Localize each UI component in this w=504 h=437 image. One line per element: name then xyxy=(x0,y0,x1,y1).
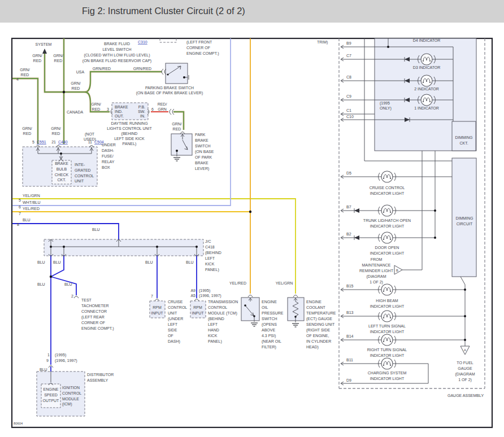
pin-b7: B7 xyxy=(346,205,351,209)
wire-color: GRN/ xyxy=(71,81,81,85)
fuel-gauge-caption: (DIAGRAM xyxy=(455,372,475,377)
indicator-label: D4 INDICATOR xyxy=(413,38,441,42)
tach-caption: TEST xyxy=(81,298,92,302)
wire-color: RED xyxy=(21,73,29,77)
wire-color: BLU xyxy=(64,282,72,286)
rpm-input-label: RPM xyxy=(153,305,162,309)
pin-a5: A5 xyxy=(190,294,195,298)
engine-speed-label: ENGINE xyxy=(44,387,59,391)
drl-pin-label: SW. xyxy=(138,110,145,113)
wire-color: RED xyxy=(92,107,101,111)
cruise-caption: SIDE xyxy=(168,328,177,332)
pin-2: 2 xyxy=(71,294,73,298)
rpm-input-label: RPM xyxy=(193,305,202,309)
park-brake-caption: PARK xyxy=(195,133,206,137)
jc-caption: PANEL) xyxy=(205,268,219,272)
engine-speed-label: SPEED xyxy=(44,393,58,397)
indicator-label: INDICATOR LIGHT xyxy=(370,191,405,195)
parking-brake-caption: (ON BASE OF PARK BRAKE LEVER) xyxy=(136,91,203,95)
oil-switch-caption: PRESSURE xyxy=(262,311,284,315)
ect-caption: COOLANT xyxy=(306,305,326,309)
indicator-label: INDICATOR LIGHT xyxy=(370,224,405,228)
rpm-input-box-cruise xyxy=(150,301,165,318)
maintenance-caption: REMINDER LIGHT xyxy=(359,269,394,273)
fuse-box-caption: RELAY xyxy=(102,160,115,164)
brake-bulb-check-label: CKT. xyxy=(57,178,66,182)
pin-c7: C7 xyxy=(346,54,351,58)
distributor-caption: DISTRIBUTOR xyxy=(87,373,114,377)
dimming-ckt-label: DIMMING xyxy=(455,136,472,139)
pin-c8: C8 xyxy=(346,75,351,79)
maintenance-caption: MAINTENANCE xyxy=(362,263,391,267)
trim-label: TRIM) xyxy=(317,40,328,45)
doc-number: 80604 xyxy=(14,422,23,425)
drl-caption: LIGHTS CONTROL UNIT xyxy=(107,126,152,130)
brake-fluid-caption: BRAKE FLUID xyxy=(104,42,130,46)
park-brake-caption: SWITCH xyxy=(195,144,211,148)
park-brake-caption: (ON BASE xyxy=(195,150,214,154)
year-label: (1996, 1997) xyxy=(55,359,77,363)
oil-switch-caption: FILTER) xyxy=(262,345,276,349)
wire-color: YEL/RED xyxy=(23,207,40,211)
pin-b2: B2 xyxy=(346,232,351,236)
wire-color: BLU xyxy=(40,368,47,372)
tach-caption: TACHOMETER xyxy=(81,304,108,308)
gauge-assembly-label: GAUGE ASSEMBLY xyxy=(447,394,484,397)
junction-connector-box xyxy=(44,239,203,256)
pin-7b: 7 xyxy=(19,212,21,216)
cruise-caption: OF xyxy=(168,334,173,338)
engine-compt-caption: CORNER OF xyxy=(186,46,210,50)
pin-1: 1 xyxy=(47,353,50,357)
tcm-caption: (BEHIND xyxy=(208,317,224,321)
pin-b14: B14 xyxy=(346,334,354,338)
pin-d5: D5 xyxy=(346,171,351,175)
wire-color: RED xyxy=(173,127,181,131)
engine-compt-caption: (LEFT FRONT xyxy=(186,40,212,45)
wire-color: RED xyxy=(33,59,42,63)
drl-caption: (BEHIND xyxy=(121,132,138,136)
wire-color: GRN/ xyxy=(51,126,61,130)
distributor-caption: ASSEMBLY xyxy=(87,378,108,382)
jc-caption: (BEHIND xyxy=(205,251,221,255)
icu-label: GRATED xyxy=(75,168,91,172)
cruise-caption: CRUISE xyxy=(168,300,183,304)
brake-fluid-caption: LEVEL SWITCH xyxy=(102,47,131,51)
indicator-label: INDICATOR LIGHT xyxy=(370,304,405,308)
fuel-gauge-caption: 1 OF 2) xyxy=(458,378,472,382)
wire-color: GRN/ xyxy=(20,68,30,72)
indicator-label: 1 INDICATOR xyxy=(414,106,439,110)
wire-color: GRN/ xyxy=(172,122,182,126)
tcm-caption: MODULE (TCM) xyxy=(208,311,237,316)
tcm-caption: HAND xyxy=(208,328,219,332)
indicator-label: CHARGING SYSTEM xyxy=(368,371,407,375)
pin-b13: B13 xyxy=(346,311,354,314)
parking-brake-caption: PARKING BRAKE SWITCH xyxy=(145,86,194,90)
pin-c1: C1 xyxy=(346,108,351,112)
dimming-ckt-label: CKT. xyxy=(459,141,468,145)
usa-label: USA xyxy=(76,70,85,74)
parking-brake-switch-box xyxy=(166,63,188,84)
jc-caption: LEFT xyxy=(205,256,215,260)
pin-3: 3 xyxy=(107,107,109,111)
pin-8: 8 xyxy=(17,222,19,226)
wire-color: YEL/GRN xyxy=(276,281,293,285)
not-used-label: (NOT xyxy=(85,132,95,137)
pin-6b: 6 xyxy=(19,205,21,209)
oil-switch-caption: ENGINE xyxy=(262,300,277,304)
cruise-caption: (UNDER xyxy=(168,317,183,321)
rpm-input-label: INPUT xyxy=(151,311,164,315)
pin-5: 5 xyxy=(32,140,34,144)
year-label: (1995) xyxy=(55,353,66,357)
jc-caption: C418 xyxy=(205,245,215,249)
ect-caption: OF ENGINE, xyxy=(306,334,329,338)
engine-compt-caption: ENGINE COMPT.) xyxy=(186,51,219,56)
system-label: SYSTEM xyxy=(36,42,52,46)
indicator-label: LEFT TURN SIGNAL xyxy=(368,324,406,328)
park-brake-caption: OF PARK xyxy=(195,155,212,159)
jc-caption: J/C xyxy=(205,239,211,243)
icm-caption: IGNITION xyxy=(62,386,80,390)
wire-color: GRN/ xyxy=(53,54,63,58)
maintenance-caption: 1 OF 2) xyxy=(370,280,383,285)
brake-bulb-check-label: BULB xyxy=(57,167,67,171)
pin-a9: A9 xyxy=(190,289,195,292)
